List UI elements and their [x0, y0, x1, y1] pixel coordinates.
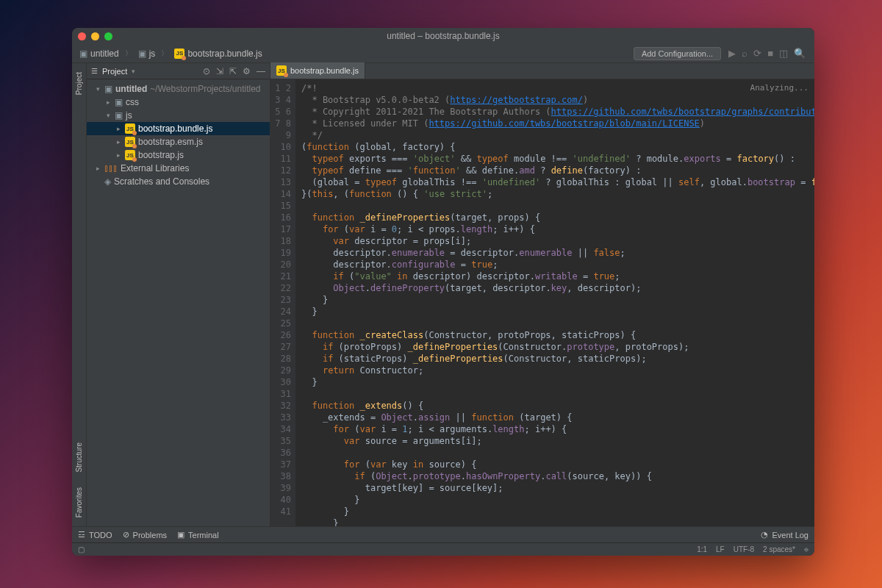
tree-folder-css[interactable]: ▸▣ css	[87, 96, 270, 109]
layout-icon[interactable]: ◫	[779, 48, 788, 59]
js-file-icon	[125, 123, 135, 134]
warning-icon: ⊘	[123, 530, 129, 539]
folder-icon: ▣	[79, 49, 87, 59]
project-tree: ▾▣ untitled ~/WebstormProjects/untitled …	[87, 79, 270, 526]
tree-root[interactable]: ▾▣ untitled ~/WebstormProjects/untitled	[87, 82, 270, 96]
editor-area: bootstrap.bundle.js Analyzing... 1 2 3 4…	[270, 63, 814, 526]
tree-label: Scratches and Consoles	[114, 176, 209, 187]
js-file-icon	[174, 49, 184, 59]
project-sidebar: ☰ Project ▾ ⊙ ⇲ ⇱ ⚙ — ▾▣ untitled ~/Webs…	[87, 63, 270, 526]
tree-label: bootstrap.js	[138, 150, 184, 160]
tree-folder-js[interactable]: ▾▣ js	[87, 109, 270, 122]
analyzing-indicator: Analyzing...	[750, 82, 808, 94]
js-file-icon	[276, 65, 287, 76]
gear-icon[interactable]: ⚙	[243, 66, 251, 76]
breadcrumb-project[interactable]: ▣ untitled	[76, 47, 122, 60]
tree-file-js[interactable]: ▸ bootstrap.js	[87, 148, 270, 162]
folder-icon: ▣	[115, 110, 123, 121]
tree-label: External Libraries	[121, 163, 189, 173]
debug-icon[interactable]: ⌕	[742, 48, 747, 59]
folder-icon: ▣	[104, 84, 112, 94]
library-icon: ⫿⫿⫿	[104, 163, 118, 173]
navigation-bar: ▣ untitled 〉 ▣ js 〉 bootstrap.bundle.js …	[72, 44, 814, 63]
rail-project[interactable]: Project	[75, 69, 83, 98]
left-tool-rail: Project Structure Favorites	[72, 63, 87, 526]
list-icon: ☰	[91, 67, 98, 75]
status-left-icon[interactable]: ▢	[78, 545, 85, 553]
terminal-icon: ▣	[177, 530, 184, 539]
list-icon: ☲	[78, 530, 85, 539]
tree-scratches[interactable]: ◈ Scratches and Consoles	[87, 175, 270, 188]
sidebar-title: Project	[102, 67, 127, 76]
breadcrumb-label: bootstrap.bundle.js	[187, 49, 262, 59]
stop-icon[interactable]: ■	[767, 48, 773, 59]
collapse-all-icon[interactable]: ⇱	[229, 66, 237, 76]
tree-external-libs[interactable]: ▸⫿⫿⫿ External Libraries	[87, 162, 270, 175]
event-log-button[interactable]: ◔Event Log	[761, 530, 808, 539]
rail-structure[interactable]: Structure	[75, 440, 83, 476]
sidebar-header: ☰ Project ▾ ⊙ ⇲ ⇱ ⚙ —	[87, 63, 270, 79]
chevron-right-icon: 〉	[161, 49, 168, 59]
encoding[interactable]: UTF-8	[734, 545, 754, 553]
titlebar[interactable]: untitled – bootstrap.bundle.js	[72, 28, 814, 44]
code-editor[interactable]: Analyzing... 1 2 3 4 5 6 7 8 9 10 11 12 …	[270, 79, 814, 526]
folder-icon: ▣	[115, 97, 123, 107]
speech-icon: ◔	[761, 530, 768, 539]
tree-label: untitled	[115, 84, 147, 94]
tab-bootstrap-bundle[interactable]: bootstrap.bundle.js	[270, 62, 365, 79]
tree-label: bootstrap.bundle.js	[138, 123, 212, 134]
ide-window: untitled – bootstrap.bundle.js ▣ untitle…	[72, 28, 814, 556]
tree-label: css	[126, 97, 139, 107]
editor-tabs: bootstrap.bundle.js	[270, 63, 814, 79]
indent[interactable]: 2 spaces*	[763, 545, 795, 553]
breadcrumb-file[interactable]: bootstrap.bundle.js	[171, 47, 265, 60]
tree-label: js	[126, 110, 132, 121]
hide-icon[interactable]: —	[257, 66, 265, 76]
lock-icon[interactable]: ⎆	[804, 545, 808, 553]
tree-label: bootstrap.esm.js	[138, 137, 203, 147]
caret-position[interactable]: 1:1	[697, 545, 707, 553]
scratch-icon: ◈	[104, 176, 111, 187]
js-file-icon	[125, 150, 135, 160]
coverage-icon[interactable]: ⟳	[753, 48, 761, 59]
rail-favorites[interactable]: Favorites	[75, 484, 83, 520]
line-separator[interactable]: LF	[716, 545, 725, 553]
expand-all-icon[interactable]: ⇲	[216, 66, 223, 76]
line-gutter[interactable]: 1 2 3 4 5 6 7 8 9 10 11 12 13 14 15 16 1…	[270, 79, 295, 526]
window-title: untitled – bootstrap.bundle.js	[72, 31, 814, 41]
tab-label: bootstrap.bundle.js	[290, 66, 359, 75]
add-configuration-button[interactable]: Add Configuration...	[634, 47, 721, 60]
breadcrumb-folder[interactable]: ▣ js	[135, 47, 159, 60]
problems-button[interactable]: ⊘Problems	[123, 530, 167, 539]
code-content[interactable]: /*! * Bootstrap v5.0.0-beta2 (https://ge…	[295, 79, 814, 526]
status-bar: ▢ 1:1 LF UTF-8 2 spaces* ⎆	[72, 542, 814, 556]
chevron-right-icon: 〉	[125, 49, 132, 59]
folder-icon: ▣	[138, 49, 146, 59]
terminal-button[interactable]: ▣Terminal	[177, 530, 219, 539]
bottom-toolbar: ☲TODO ⊘Problems ▣Terminal ◔Event Log	[72, 526, 814, 542]
breadcrumb-label: js	[149, 49, 156, 59]
js-file-icon	[125, 137, 135, 147]
select-opened-icon[interactable]: ⊙	[203, 66, 210, 76]
breadcrumb-label: untitled	[90, 49, 119, 59]
tree-file-esm[interactable]: ▸ bootstrap.esm.js	[87, 135, 270, 148]
tree-file-bundle[interactable]: ▸ bootstrap.bundle.js	[87, 122, 270, 135]
tree-path: ~/WebstormProjects/untitled	[150, 84, 260, 94]
search-icon[interactable]: 🔍	[794, 48, 806, 59]
run-icon[interactable]: ▶	[728, 48, 736, 59]
todo-button[interactable]: ☲TODO	[78, 530, 112, 539]
